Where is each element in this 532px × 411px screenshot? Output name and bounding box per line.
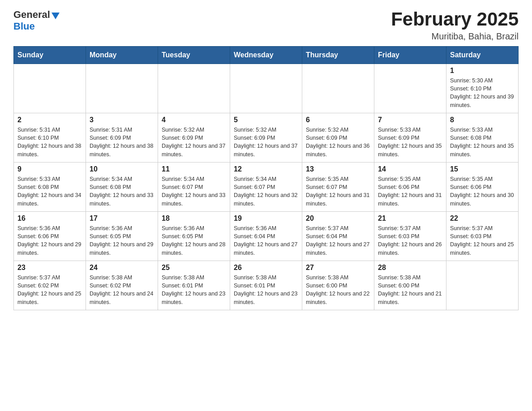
day-number: 16	[17, 214, 82, 223]
day-info: Sunrise: 5:34 AM Sunset: 6:07 PM Dayligh…	[162, 175, 226, 208]
page-header: General Blue February 2025 Muritiba, Bah…	[13, 9, 519, 42]
calendar-cell: 20Sunrise: 5:37 AM Sunset: 6:04 PM Dayli…	[302, 212, 374, 261]
logo-blue-text: Blue	[13, 21, 35, 32]
day-info: Sunrise: 5:33 AM Sunset: 6:09 PM Dayligh…	[378, 126, 442, 158]
day-number: 21	[378, 214, 442, 223]
week-row-4: 16Sunrise: 5:36 AM Sunset: 6:06 PM Dayli…	[14, 212, 519, 261]
calendar-cell: 4Sunrise: 5:32 AM Sunset: 6:09 PM Daylig…	[158, 113, 230, 163]
day-number: 28	[378, 264, 442, 272]
day-info: Sunrise: 5:34 AM Sunset: 6:08 PM Dayligh…	[90, 175, 154, 208]
column-header-sunday: Sunday	[14, 47, 86, 64]
day-number: 12	[234, 165, 298, 173]
day-number: 11	[162, 165, 226, 173]
week-row-3: 9Sunrise: 5:33 AM Sunset: 6:08 PM Daylig…	[14, 163, 519, 212]
calendar-cell: 14Sunrise: 5:35 AM Sunset: 6:06 PM Dayli…	[374, 163, 446, 212]
day-number: 14	[378, 165, 442, 173]
calendar-cell	[14, 64, 86, 113]
calendar-cell: 24Sunrise: 5:38 AM Sunset: 6:02 PM Dayli…	[86, 261, 158, 310]
calendar-cell	[230, 64, 302, 113]
week-row-1: 1Sunrise: 5:30 AM Sunset: 6:10 PM Daylig…	[14, 64, 519, 113]
day-number: 9	[17, 165, 82, 173]
day-info: Sunrise: 5:37 AM Sunset: 6:04 PM Dayligh…	[306, 224, 370, 257]
day-info: Sunrise: 5:32 AM Sunset: 6:09 PM Dayligh…	[306, 126, 370, 158]
day-info: Sunrise: 5:32 AM Sunset: 6:09 PM Dayligh…	[162, 126, 226, 158]
column-header-friday: Friday	[374, 47, 446, 64]
calendar-cell: 8Sunrise: 5:33 AM Sunset: 6:08 PM Daylig…	[446, 113, 519, 163]
calendar-header-row: SundayMondayTuesdayWednesdayThursdayFrid…	[14, 47, 519, 64]
day-number: 26	[234, 264, 298, 272]
day-info: Sunrise: 5:33 AM Sunset: 6:08 PM Dayligh…	[450, 126, 515, 158]
day-number: 22	[450, 214, 515, 223]
calendar-cell: 21Sunrise: 5:37 AM Sunset: 6:03 PM Dayli…	[374, 212, 446, 261]
day-number: 13	[306, 165, 370, 173]
week-row-5: 23Sunrise: 5:37 AM Sunset: 6:02 PM Dayli…	[14, 261, 519, 310]
calendar-cell: 1Sunrise: 5:30 AM Sunset: 6:10 PM Daylig…	[446, 64, 519, 113]
day-info: Sunrise: 5:38 AM Sunset: 6:02 PM Dayligh…	[90, 274, 154, 306]
day-number: 1	[450, 67, 515, 75]
logo-triangle-icon	[51, 13, 60, 19]
day-info: Sunrise: 5:35 AM Sunset: 6:07 PM Dayligh…	[306, 175, 370, 208]
calendar-cell: 3Sunrise: 5:31 AM Sunset: 6:09 PM Daylig…	[86, 113, 158, 163]
logo: General Blue	[13, 9, 60, 32]
day-number: 4	[162, 116, 226, 124]
day-number: 23	[17, 264, 82, 272]
day-info: Sunrise: 5:35 AM Sunset: 6:06 PM Dayligh…	[450, 175, 515, 208]
calendar-cell: 23Sunrise: 5:37 AM Sunset: 6:02 PM Dayli…	[14, 261, 86, 310]
day-number: 7	[378, 116, 442, 124]
calendar-cell: 11Sunrise: 5:34 AM Sunset: 6:07 PM Dayli…	[158, 163, 230, 212]
calendar-cell: 27Sunrise: 5:38 AM Sunset: 6:00 PM Dayli…	[302, 261, 374, 310]
calendar-cell: 19Sunrise: 5:36 AM Sunset: 6:04 PM Dayli…	[230, 212, 302, 261]
day-number: 2	[17, 116, 82, 124]
calendar-cell	[302, 64, 374, 113]
calendar-cell: 6Sunrise: 5:32 AM Sunset: 6:09 PM Daylig…	[302, 113, 374, 163]
day-info: Sunrise: 5:34 AM Sunset: 6:07 PM Dayligh…	[234, 175, 298, 208]
day-info: Sunrise: 5:33 AM Sunset: 6:08 PM Dayligh…	[17, 175, 82, 208]
calendar-cell	[86, 64, 158, 113]
column-header-monday: Monday	[86, 47, 158, 64]
day-number: 18	[162, 214, 226, 223]
day-info: Sunrise: 5:36 AM Sunset: 6:06 PM Dayligh…	[17, 224, 82, 257]
day-info: Sunrise: 5:38 AM Sunset: 6:01 PM Dayligh…	[234, 274, 298, 306]
day-info: Sunrise: 5:38 AM Sunset: 6:00 PM Dayligh…	[378, 274, 442, 306]
logo-general-text: General	[13, 9, 50, 21]
calendar-cell: 16Sunrise: 5:36 AM Sunset: 6:06 PM Dayli…	[14, 212, 86, 261]
calendar-cell: 7Sunrise: 5:33 AM Sunset: 6:09 PM Daylig…	[374, 113, 446, 163]
day-number: 24	[90, 264, 154, 272]
location-title: Muritiba, Bahia, Brazil	[391, 31, 519, 42]
calendar-cell: 15Sunrise: 5:35 AM Sunset: 6:06 PM Dayli…	[446, 163, 519, 212]
day-info: Sunrise: 5:37 AM Sunset: 6:03 PM Dayligh…	[378, 224, 442, 257]
calendar-cell: 2Sunrise: 5:31 AM Sunset: 6:10 PM Daylig…	[14, 113, 86, 163]
calendar-cell	[446, 261, 519, 310]
day-number: 3	[90, 116, 154, 124]
calendar-cell: 22Sunrise: 5:37 AM Sunset: 6:03 PM Dayli…	[446, 212, 519, 261]
day-info: Sunrise: 5:32 AM Sunset: 6:09 PM Dayligh…	[234, 126, 298, 158]
calendar-cell: 9Sunrise: 5:33 AM Sunset: 6:08 PM Daylig…	[14, 163, 86, 212]
day-info: Sunrise: 5:36 AM Sunset: 6:05 PM Dayligh…	[162, 224, 226, 257]
calendar-cell	[158, 64, 230, 113]
column-header-thursday: Thursday	[302, 47, 374, 64]
day-number: 19	[234, 214, 298, 223]
day-info: Sunrise: 5:36 AM Sunset: 6:04 PM Dayligh…	[234, 224, 298, 257]
calendar-cell: 26Sunrise: 5:38 AM Sunset: 6:01 PM Dayli…	[230, 261, 302, 310]
day-info: Sunrise: 5:37 AM Sunset: 6:02 PM Dayligh…	[17, 274, 82, 306]
day-info: Sunrise: 5:35 AM Sunset: 6:06 PM Dayligh…	[378, 175, 442, 208]
calendar-cell: 17Sunrise: 5:36 AM Sunset: 6:05 PM Dayli…	[86, 212, 158, 261]
day-number: 10	[90, 165, 154, 173]
day-info: Sunrise: 5:30 AM Sunset: 6:10 PM Dayligh…	[450, 77, 515, 109]
column-header-wednesday: Wednesday	[230, 47, 302, 64]
column-header-saturday: Saturday	[446, 47, 519, 64]
day-info: Sunrise: 5:38 AM Sunset: 6:00 PM Dayligh…	[306, 274, 370, 306]
calendar-cell: 28Sunrise: 5:38 AM Sunset: 6:00 PM Dayli…	[374, 261, 446, 310]
day-number: 20	[306, 214, 370, 223]
day-info: Sunrise: 5:36 AM Sunset: 6:05 PM Dayligh…	[90, 224, 154, 257]
day-info: Sunrise: 5:31 AM Sunset: 6:09 PM Dayligh…	[90, 126, 154, 158]
calendar-cell: 13Sunrise: 5:35 AM Sunset: 6:07 PM Dayli…	[302, 163, 374, 212]
day-info: Sunrise: 5:38 AM Sunset: 6:01 PM Dayligh…	[162, 274, 226, 306]
calendar-cell: 12Sunrise: 5:34 AM Sunset: 6:07 PM Dayli…	[230, 163, 302, 212]
calendar-cell: 5Sunrise: 5:32 AM Sunset: 6:09 PM Daylig…	[230, 113, 302, 163]
calendar-cell	[374, 64, 446, 113]
week-row-2: 2Sunrise: 5:31 AM Sunset: 6:10 PM Daylig…	[14, 113, 519, 163]
calendar-cell: 18Sunrise: 5:36 AM Sunset: 6:05 PM Dayli…	[158, 212, 230, 261]
month-title: February 2025	[391, 9, 519, 30]
column-header-tuesday: Tuesday	[158, 47, 230, 64]
